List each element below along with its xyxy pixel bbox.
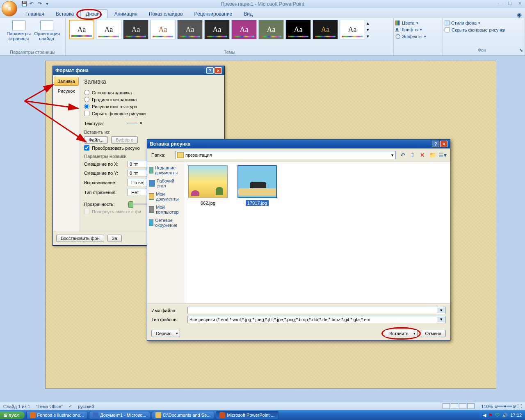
close-button-partial[interactable]: За bbox=[107, 235, 122, 242]
reset-background-button[interactable]: Восстановить фон bbox=[56, 235, 104, 242]
tray-icon[interactable]: 🔊 bbox=[502, 413, 508, 418]
theme-thumb[interactable]: Aa bbox=[258, 20, 284, 39]
tab-review[interactable]: Рецензирование bbox=[189, 10, 237, 18]
zoom-control[interactable]: 110% ⊖━━●━━⊕ ⛶ bbox=[481, 404, 522, 409]
effects-button[interactable]: ◯Эффекты bbox=[395, 33, 441, 40]
theme-thumb[interactable]: Aa bbox=[150, 20, 176, 39]
themes-more-button[interactable]: ▴▾▾ bbox=[367, 20, 374, 39]
place-network[interactable]: Сетевое окружение bbox=[148, 216, 183, 229]
help-icon[interactable]: ? bbox=[206, 67, 214, 74]
folder-label: Папка: bbox=[151, 153, 172, 158]
file-item[interactable]: 662.jpg bbox=[187, 165, 228, 205]
radio-gradient-fill[interactable]: Градиентная заливка bbox=[84, 96, 220, 103]
theme-thumb[interactable]: Aa bbox=[96, 20, 121, 39]
theme-thumb[interactable]: Aa bbox=[285, 20, 311, 39]
section-heading: Заливка bbox=[84, 78, 220, 85]
texture-picker[interactable] bbox=[128, 123, 137, 124]
back-icon[interactable]: ↶ bbox=[399, 152, 406, 158]
clock[interactable]: 17:12 bbox=[510, 413, 522, 418]
spellcheck-icon[interactable]: ✓ bbox=[68, 404, 72, 409]
new-folder-icon[interactable]: 📁 bbox=[429, 152, 436, 158]
slide-orientation-button[interactable]: Ориентация слайда bbox=[34, 21, 59, 41]
system-tray[interactable]: ◀ ⚑ 🛡 🔊 17:12 bbox=[479, 412, 525, 419]
tray-icon[interactable]: ◀ bbox=[483, 413, 486, 418]
folder-combo[interactable]: презентация▾ bbox=[175, 151, 396, 159]
file-list[interactable]: 662.jpg 17917.jpg bbox=[184, 162, 450, 303]
filename-input[interactable] bbox=[187, 307, 446, 314]
insert-button[interactable]: Вставить bbox=[385, 330, 418, 337]
dialog-titlebar[interactable]: Вставка рисунка ?× bbox=[147, 139, 450, 148]
taskbar-item[interactable]: Fondos e ilustracione... bbox=[26, 411, 88, 419]
tab-design[interactable]: Дизайн bbox=[80, 9, 107, 18]
minimize-button[interactable]: — bbox=[496, 1, 504, 7]
theme-thumb[interactable]: Aa bbox=[340, 20, 365, 39]
theme-thumb[interactable]: Aa bbox=[204, 20, 230, 39]
tab-insert[interactable]: Вставка bbox=[51, 10, 79, 18]
delete-icon[interactable]: ✕ bbox=[419, 152, 426, 158]
insert-picture-dialog: Вставка рисунка ?× Папка: презентация▾ ↶… bbox=[147, 139, 450, 341]
undo-icon[interactable]: ↶ bbox=[30, 1, 36, 7]
help-icon[interactable]: ? bbox=[432, 141, 439, 147]
up-icon[interactable]: ⇧ bbox=[409, 152, 416, 158]
page-setup-button[interactable]: Параметры страницы bbox=[7, 21, 31, 41]
taskbar-item[interactable]: C:\Documents and Se... bbox=[152, 411, 215, 419]
tab-animation[interactable]: Анимация bbox=[110, 10, 142, 18]
filetype-select[interactable]: Все рисунки (*.emf;*.wmf;*.jpg;*.jpeg;*.… bbox=[187, 316, 446, 323]
themes-gallery[interactable]: Aa Aa Aa Aa Aa Aa Aa Aa Aa Aa Aa ▴▾▾ bbox=[68, 19, 391, 40]
radio-solid-fill[interactable]: Сплошная заливка bbox=[84, 89, 220, 96]
tray-icon[interactable]: ⚑ bbox=[488, 413, 493, 418]
theme-thumb[interactable]: Aa bbox=[231, 20, 257, 39]
place-computer[interactable]: Мой компьютер bbox=[148, 203, 183, 216]
taskbar-item[interactable]: Microsoft PowerPoint ... bbox=[216, 411, 278, 419]
nav-picture[interactable]: Рисунок bbox=[54, 87, 79, 96]
checkbox-rotate bbox=[84, 209, 89, 214]
file-button[interactable]: Файл... bbox=[84, 136, 108, 144]
dialog-titlebar[interactable]: Формат фона ?× bbox=[53, 66, 224, 75]
close-icon[interactable]: × bbox=[215, 67, 222, 74]
tools-button[interactable]: Сервис bbox=[151, 330, 180, 337]
tab-view[interactable]: Вид bbox=[239, 10, 258, 18]
firefox-icon bbox=[30, 412, 36, 418]
view-buttons[interactable] bbox=[443, 403, 475, 410]
theme-indicator: "Тема Office" bbox=[36, 404, 63, 409]
hide-bg-checkbox[interactable]: Скрыть фоновые рисунки bbox=[445, 26, 523, 33]
offset-x-input[interactable] bbox=[128, 161, 148, 167]
tab-slideshow[interactable]: Показ слайдов bbox=[144, 10, 188, 18]
theme-thumb[interactable]: Aa bbox=[313, 20, 338, 39]
fonts-button[interactable]: AШрифты bbox=[395, 26, 441, 33]
cancel-button[interactable]: Отмена bbox=[421, 330, 446, 337]
theme-thumb[interactable]: Aa bbox=[177, 20, 203, 39]
place-docs[interactable]: Мои документы bbox=[148, 190, 183, 203]
place-desktop[interactable]: Рабочий стол bbox=[148, 177, 183, 190]
colors-button[interactable]: Цвета bbox=[395, 20, 441, 26]
background-styles-button[interactable]: Стили фона bbox=[445, 20, 523, 26]
maximize-button[interactable]: ☐ bbox=[506, 1, 514, 7]
redo-icon[interactable]: ↷ bbox=[38, 1, 44, 7]
save-icon[interactable]: 💾 bbox=[21, 1, 28, 7]
theme-thumb[interactable]: Aa bbox=[69, 20, 94, 39]
qat-more-icon[interactable]: ▾ bbox=[46, 1, 52, 7]
office-button[interactable]: ⊞ bbox=[2, 1, 17, 16]
taskbar-item[interactable]: Документ1 - Microso... bbox=[89, 411, 150, 419]
tray-icon[interactable]: 🛡 bbox=[495, 413, 500, 418]
help-icon[interactable]: ◉ bbox=[517, 11, 522, 18]
ribbon-tabs: Главная Вставка Дизайн Анимация Показ сл… bbox=[0, 8, 525, 18]
start-button[interactable]: ⊞пуск bbox=[0, 411, 25, 419]
group-label: Параметры страницы bbox=[2, 49, 63, 55]
tab-home[interactable]: Главная bbox=[21, 10, 49, 18]
file-item[interactable]: 17917.jpg bbox=[237, 165, 278, 205]
close-icon[interactable]: × bbox=[440, 141, 447, 147]
file-inputs: Имя файла: Тип файлов:Все рисунки (*.emf… bbox=[147, 303, 450, 326]
nav-fill[interactable]: Заливка bbox=[54, 77, 79, 86]
language-indicator[interactable]: русский bbox=[78, 404, 94, 409]
transparency-label: Прозрачность: bbox=[84, 202, 125, 207]
theme-thumb[interactable]: Aa bbox=[123, 20, 148, 39]
recent-icon bbox=[149, 167, 153, 173]
close-button[interactable]: ✕ bbox=[516, 1, 523, 7]
views-icon[interactable]: ☰▾ bbox=[438, 152, 446, 158]
insert-from-label: Вставить из: bbox=[84, 130, 220, 135]
offset-y-input[interactable] bbox=[128, 170, 148, 176]
radio-picture-texture[interactable]: Рисунок или текстура bbox=[84, 103, 220, 110]
place-recent[interactable]: Недавние документы bbox=[148, 164, 183, 177]
checkbox-hide-bg[interactable]: Скрыть фоновые рисунки bbox=[84, 110, 220, 117]
